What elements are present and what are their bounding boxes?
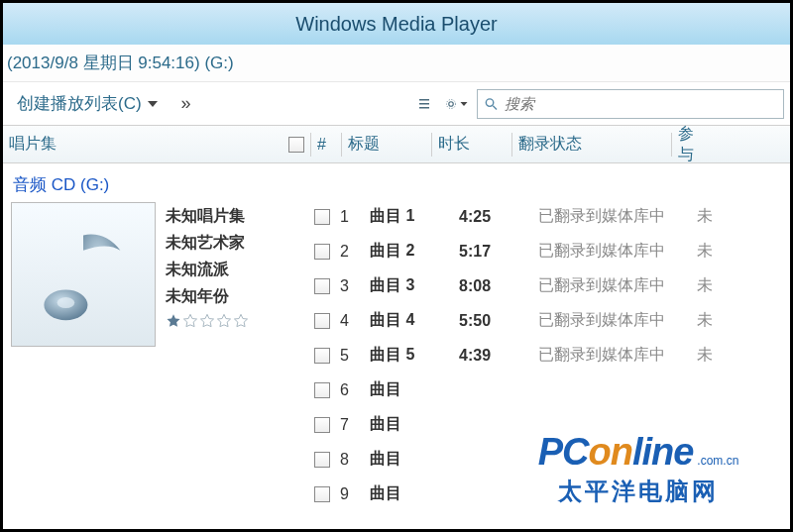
select-all-checkbox[interactable] bbox=[288, 137, 304, 153]
track-title: 曲目 bbox=[364, 379, 453, 400]
track-number: 2 bbox=[334, 243, 364, 261]
star-outline-icon bbox=[182, 313, 198, 329]
svg-point-5 bbox=[486, 98, 493, 105]
track-checkbox[interactable] bbox=[314, 278, 330, 294]
track-title: 曲目 4 bbox=[364, 310, 453, 331]
breadcrumb-text: (2013/9/8 星期日 9:54:16) (G:) bbox=[7, 52, 234, 74]
more-toolbar-button[interactable]: » bbox=[173, 93, 196, 114]
create-playlist-label: 创建播放列表(C) bbox=[17, 92, 142, 115]
track-duration: 8:08 bbox=[453, 277, 532, 295]
column-header-row: 唱片集 # 标题 时长 翻录状态 参与 bbox=[3, 126, 790, 163]
svg-point-4 bbox=[447, 99, 456, 108]
track-row[interactable]: 3曲目 38:08已翻录到媒体库中未 bbox=[310, 268, 790, 303]
svg-point-8 bbox=[57, 297, 75, 308]
chevron-down-icon bbox=[461, 101, 468, 105]
track-checkbox[interactable] bbox=[314, 486, 330, 502]
track-row[interactable]: 5曲目 54:39已翻录到媒体库中未 bbox=[310, 338, 790, 372]
album-source[interactable]: 音频 CD (G:) bbox=[11, 169, 302, 202]
create-playlist-button[interactable]: 创建播放列表(C) bbox=[9, 88, 166, 119]
column-participant[interactable]: 参与 bbox=[672, 124, 714, 165]
window-title: Windows Media Player bbox=[295, 13, 497, 36]
star-filled-icon bbox=[166, 313, 181, 329]
album-artist: 未知艺术家 bbox=[166, 233, 249, 254]
album-genre: 未知流派 bbox=[166, 260, 249, 280]
column-duration[interactable]: 时长 bbox=[432, 134, 511, 155]
album-artwork[interactable] bbox=[11, 202, 156, 347]
track-duration: 4:25 bbox=[453, 208, 532, 226]
gear-icon bbox=[445, 97, 457, 111]
track-checkbox[interactable] bbox=[314, 382, 330, 398]
search-field[interactable] bbox=[477, 89, 784, 119]
chevron-down-icon bbox=[148, 101, 158, 107]
content-area: 音频 CD (G:) 未知唱片集 未知艺术家 bbox=[3, 163, 790, 529]
track-number: 8 bbox=[334, 451, 364, 469]
track-title: 曲目 5 bbox=[364, 345, 453, 366]
svg-rect-0 bbox=[419, 99, 429, 101]
track-title: 曲目 bbox=[364, 414, 453, 435]
album-meta: 未知唱片集 未知艺术家 未知流派 未知年份 bbox=[166, 202, 249, 329]
track-checkbox[interactable] bbox=[314, 209, 330, 225]
track-checkbox[interactable] bbox=[314, 313, 330, 329]
rating-stars[interactable] bbox=[166, 313, 249, 329]
svg-line-6 bbox=[493, 105, 497, 109]
track-number: 7 bbox=[334, 416, 364, 434]
track-row[interactable]: 2曲目 25:17已翻录到媒体库中未 bbox=[310, 234, 790, 268]
track-title: 曲目 bbox=[364, 483, 453, 504]
track-status: 已翻录到媒体库中 bbox=[532, 206, 691, 227]
star-outline-icon bbox=[216, 313, 232, 329]
track-checkbox[interactable] bbox=[314, 348, 330, 364]
track-checkbox[interactable] bbox=[314, 417, 330, 433]
svg-point-3 bbox=[449, 101, 454, 106]
track-participant: 未 bbox=[691, 275, 733, 296]
star-outline-icon bbox=[233, 313, 249, 329]
album-name: 未知唱片集 bbox=[166, 206, 249, 227]
watermark: PConline .com.cn 太平洋电脑网 bbox=[495, 414, 782, 523]
track-title: 曲目 3 bbox=[364, 275, 453, 296]
track-checkbox[interactable] bbox=[314, 452, 330, 468]
settings-button[interactable] bbox=[445, 93, 469, 115]
track-row[interactable]: 1曲目 14:25已翻录到媒体库中未 bbox=[310, 199, 790, 234]
svg-rect-1 bbox=[419, 103, 429, 105]
star-outline-icon bbox=[199, 313, 215, 329]
search-input[interactable] bbox=[505, 95, 777, 112]
watermark-brand-head: PC bbox=[538, 431, 589, 473]
track-status: 已翻录到媒体库中 bbox=[532, 310, 691, 331]
track-number: 9 bbox=[334, 485, 364, 503]
search-icon bbox=[484, 96, 499, 112]
track-row[interactable]: 6曲目 bbox=[310, 372, 790, 407]
breadcrumb: (2013/9/8 星期日 9:54:16) (G:) bbox=[3, 45, 790, 82]
track-number: 6 bbox=[334, 381, 364, 399]
track-duration: 5:50 bbox=[453, 312, 532, 330]
track-duration: 4:39 bbox=[453, 347, 532, 365]
watermark-suffix: .com.cn bbox=[697, 454, 738, 468]
watermark-brand-tail: line bbox=[632, 431, 693, 473]
window-titlebar: Windows Media Player bbox=[3, 3, 790, 45]
track-number: 5 bbox=[334, 347, 364, 365]
track-number: 1 bbox=[334, 208, 364, 226]
album-pane: 音频 CD (G:) 未知唱片集 未知艺术家 bbox=[3, 163, 310, 529]
column-album[interactable]: 唱片集 bbox=[9, 134, 57, 155]
album-year: 未知年份 bbox=[166, 286, 249, 307]
track-status: 已翻录到媒体库中 bbox=[532, 345, 691, 366]
list-icon bbox=[417, 96, 433, 112]
music-note-icon bbox=[29, 220, 138, 329]
column-status[interactable]: 翻录状态 bbox=[512, 134, 671, 155]
column-title[interactable]: 标题 bbox=[342, 134, 431, 155]
track-number: 3 bbox=[334, 277, 364, 295]
track-number: 4 bbox=[334, 312, 364, 330]
track-status: 已翻录到媒体库中 bbox=[532, 275, 691, 296]
list-options-button[interactable] bbox=[413, 93, 437, 115]
track-participant: 未 bbox=[691, 345, 733, 366]
track-duration: 5:17 bbox=[453, 243, 532, 261]
track-participant: 未 bbox=[691, 206, 733, 227]
track-participant: 未 bbox=[691, 241, 733, 262]
watermark-cn: 太平洋电脑网 bbox=[558, 476, 719, 507]
track-row[interactable]: 4曲目 45:50已翻录到媒体库中未 bbox=[310, 303, 790, 338]
toolbar: 创建播放列表(C) » bbox=[3, 82, 790, 126]
track-checkbox[interactable] bbox=[314, 244, 330, 260]
track-title: 曲目 1 bbox=[364, 206, 453, 227]
track-title: 曲目 2 bbox=[364, 241, 453, 262]
column-number[interactable]: # bbox=[311, 136, 341, 154]
track-status: 已翻录到媒体库中 bbox=[532, 241, 691, 262]
track-title: 曲目 bbox=[364, 449, 453, 470]
